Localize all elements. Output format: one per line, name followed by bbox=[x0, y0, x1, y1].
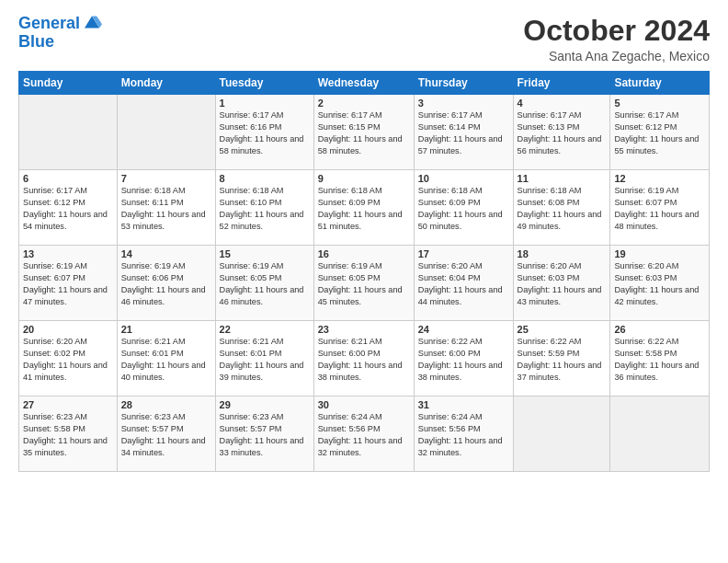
daylight-text: Daylight: 11 hours and 45 minutes. bbox=[318, 285, 403, 306]
day-info: Sunrise: 6:19 AM Sunset: 6:05 PM Dayligh… bbox=[318, 260, 410, 308]
sunrise-text: Sunrise: 6:17 AM bbox=[220, 110, 284, 120]
daylight-text: Daylight: 11 hours and 55 minutes. bbox=[614, 134, 699, 155]
daylight-text: Daylight: 11 hours and 38 minutes. bbox=[318, 361, 403, 382]
day-number: 10 bbox=[418, 173, 509, 184]
daylight-text: Daylight: 11 hours and 46 minutes. bbox=[121, 285, 206, 306]
calendar-cell: 27 Sunrise: 6:23 AM Sunset: 5:58 PM Dayl… bbox=[19, 396, 118, 472]
sunset-text: Sunset: 6:03 PM bbox=[518, 273, 580, 282]
sunrise-text: Sunrise: 6:17 AM bbox=[23, 186, 87, 195]
day-info: Sunrise: 6:24 AM Sunset: 5:56 PM Dayligh… bbox=[318, 411, 410, 459]
sunrise-text: Sunrise: 6:21 AM bbox=[220, 337, 284, 346]
day-info: Sunrise: 6:17 AM Sunset: 6:12 PM Dayligh… bbox=[23, 185, 113, 233]
daylight-text: Daylight: 11 hours and 48 minutes. bbox=[614, 210, 699, 231]
location: Santa Ana Zegache, Mexico bbox=[523, 49, 710, 63]
logo: General Blue bbox=[18, 15, 102, 52]
daylight-text: Daylight: 11 hours and 53 minutes. bbox=[121, 210, 206, 231]
sunset-text: Sunset: 6:03 PM bbox=[614, 273, 677, 282]
sunrise-text: Sunrise: 6:18 AM bbox=[318, 186, 382, 195]
daylight-text: Daylight: 11 hours and 52 minutes. bbox=[220, 210, 304, 231]
day-header-saturday: Saturday bbox=[610, 72, 710, 95]
sunrise-text: Sunrise: 6:20 AM bbox=[518, 261, 582, 270]
day-info: Sunrise: 6:22 AM Sunset: 5:59 PM Dayligh… bbox=[518, 336, 607, 384]
calendar-cell: 24 Sunrise: 6:22 AM Sunset: 6:00 PM Dayl… bbox=[414, 321, 513, 396]
sunrise-text: Sunrise: 6:19 AM bbox=[614, 186, 678, 195]
month-title: October 2024 bbox=[523, 15, 710, 47]
day-number: 1 bbox=[220, 98, 310, 109]
day-info: Sunrise: 6:18 AM Sunset: 6:09 PM Dayligh… bbox=[418, 185, 509, 233]
calendar-cell: 6 Sunrise: 6:17 AM Sunset: 6:12 PM Dayli… bbox=[19, 170, 118, 246]
day-number: 6 bbox=[23, 173, 113, 184]
day-info: Sunrise: 6:17 AM Sunset: 6:13 PM Dayligh… bbox=[518, 109, 607, 157]
logo-text-blue: Blue bbox=[18, 33, 102, 52]
day-number: 27 bbox=[23, 399, 113, 410]
daylight-text: Daylight: 11 hours and 47 minutes. bbox=[23, 285, 108, 306]
day-header-thursday: Thursday bbox=[414, 72, 513, 95]
day-number: 29 bbox=[220, 399, 310, 410]
sunrise-text: Sunrise: 6:24 AM bbox=[318, 412, 382, 421]
daylight-text: Daylight: 11 hours and 44 minutes. bbox=[418, 285, 503, 306]
sunrise-text: Sunrise: 6:17 AM bbox=[318, 110, 382, 120]
sunrise-text: Sunrise: 6:18 AM bbox=[220, 186, 284, 195]
calendar-cell: 9 Sunrise: 6:18 AM Sunset: 6:09 PM Dayli… bbox=[313, 170, 414, 246]
sunrise-text: Sunrise: 6:22 AM bbox=[518, 337, 582, 346]
sunset-text: Sunset: 6:12 PM bbox=[614, 122, 677, 132]
sunrise-text: Sunrise: 6:17 AM bbox=[614, 110, 678, 120]
day-header-friday: Friday bbox=[513, 72, 610, 95]
day-info: Sunrise: 6:17 AM Sunset: 6:16 PM Dayligh… bbox=[220, 109, 310, 157]
day-info: Sunrise: 6:21 AM Sunset: 6:00 PM Dayligh… bbox=[318, 336, 410, 384]
calendar-cell: 22 Sunrise: 6:21 AM Sunset: 6:01 PM Dayl… bbox=[215, 321, 313, 396]
calendar-cell bbox=[513, 396, 610, 472]
calendar-cell: 14 Sunrise: 6:19 AM Sunset: 6:06 PM Dayl… bbox=[117, 246, 215, 321]
day-number: 31 bbox=[418, 399, 509, 410]
sunset-text: Sunset: 5:57 PM bbox=[220, 424, 282, 433]
calendar-cell: 15 Sunrise: 6:19 AM Sunset: 6:05 PM Dayl… bbox=[215, 246, 313, 321]
day-number: 15 bbox=[220, 248, 310, 259]
day-info: Sunrise: 6:20 AM Sunset: 6:04 PM Dayligh… bbox=[418, 260, 509, 308]
sunrise-text: Sunrise: 6:17 AM bbox=[518, 110, 582, 120]
sunset-text: Sunset: 6:04 PM bbox=[418, 273, 481, 282]
day-info: Sunrise: 6:23 AM Sunset: 5:57 PM Dayligh… bbox=[121, 411, 211, 459]
day-number: 21 bbox=[121, 324, 211, 335]
calendar-row: 6 Sunrise: 6:17 AM Sunset: 6:12 PM Dayli… bbox=[19, 170, 710, 246]
daylight-text: Daylight: 11 hours and 38 minutes. bbox=[418, 361, 503, 382]
day-header-wednesday: Wednesday bbox=[313, 72, 414, 95]
calendar-cell bbox=[19, 95, 118, 170]
sunset-text: Sunset: 6:05 PM bbox=[318, 273, 381, 282]
day-number: 2 bbox=[318, 98, 410, 109]
calendar-cell: 3 Sunrise: 6:17 AM Sunset: 6:14 PM Dayli… bbox=[414, 95, 513, 170]
day-info: Sunrise: 6:19 AM Sunset: 6:06 PM Dayligh… bbox=[121, 260, 211, 308]
day-number: 9 bbox=[318, 173, 410, 184]
calendar-cell: 30 Sunrise: 6:24 AM Sunset: 5:56 PM Dayl… bbox=[313, 396, 414, 472]
calendar-table: SundayMondayTuesdayWednesdayThursdayFrid… bbox=[18, 71, 710, 472]
day-header-monday: Monday bbox=[117, 72, 215, 95]
calendar-cell: 17 Sunrise: 6:20 AM Sunset: 6:04 PM Dayl… bbox=[414, 246, 513, 321]
page: General Blue October 2024 Santa Ana Zega… bbox=[0, 0, 728, 481]
daylight-text: Daylight: 11 hours and 39 minutes. bbox=[220, 361, 304, 382]
day-number: 5 bbox=[614, 98, 705, 109]
daylight-text: Daylight: 11 hours and 46 minutes. bbox=[220, 285, 304, 306]
daylight-text: Daylight: 11 hours and 42 minutes. bbox=[614, 285, 699, 306]
day-header-sunday: Sunday bbox=[19, 72, 118, 95]
sunset-text: Sunset: 6:13 PM bbox=[518, 122, 580, 132]
sunset-text: Sunset: 6:07 PM bbox=[614, 198, 677, 207]
daylight-text: Daylight: 11 hours and 58 minutes. bbox=[318, 134, 403, 155]
calendar-cell: 28 Sunrise: 6:23 AM Sunset: 5:57 PM Dayl… bbox=[117, 396, 215, 472]
day-number: 23 bbox=[318, 324, 410, 335]
daylight-text: Daylight: 11 hours and 58 minutes. bbox=[220, 134, 304, 155]
day-info: Sunrise: 6:18 AM Sunset: 6:09 PM Dayligh… bbox=[318, 185, 410, 233]
day-info: Sunrise: 6:18 AM Sunset: 6:08 PM Dayligh… bbox=[518, 185, 607, 233]
sunrise-text: Sunrise: 6:19 AM bbox=[23, 261, 87, 270]
sunrise-text: Sunrise: 6:17 AM bbox=[418, 110, 483, 120]
day-number: 25 bbox=[518, 324, 607, 335]
sunset-text: Sunset: 6:12 PM bbox=[23, 198, 85, 207]
sunset-text: Sunset: 6:08 PM bbox=[518, 198, 580, 207]
daylight-text: Daylight: 11 hours and 37 minutes. bbox=[518, 361, 602, 382]
daylight-text: Daylight: 11 hours and 33 minutes. bbox=[220, 436, 304, 457]
sunrise-text: Sunrise: 6:19 AM bbox=[318, 261, 382, 270]
day-number: 7 bbox=[121, 173, 211, 184]
daylight-text: Daylight: 11 hours and 40 minutes. bbox=[121, 361, 206, 382]
sunrise-text: Sunrise: 6:22 AM bbox=[614, 337, 678, 346]
day-info: Sunrise: 6:23 AM Sunset: 5:57 PM Dayligh… bbox=[220, 411, 310, 459]
daylight-text: Daylight: 11 hours and 35 minutes. bbox=[23, 436, 108, 457]
sunset-text: Sunset: 6:05 PM bbox=[220, 273, 282, 282]
